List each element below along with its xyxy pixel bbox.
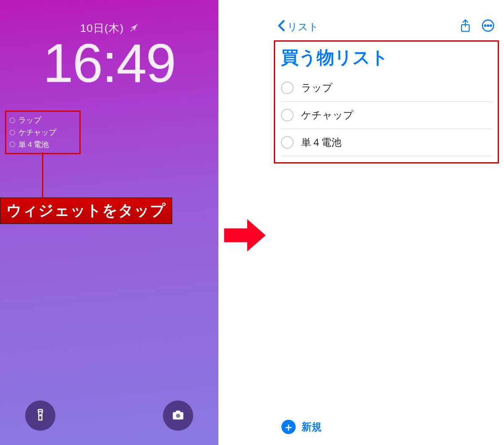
svg-line-0: [131, 24, 138, 32]
back-button[interactable]: リスト: [277, 20, 319, 34]
circle-icon: [10, 130, 15, 135]
camera-icon: [172, 408, 184, 423]
radio-icon[interactable]: [281, 109, 294, 121]
reminder-label: ラップ: [301, 81, 333, 95]
ellipsis-circle-icon: [481, 19, 495, 35]
highlight-frame: 買う物リスト ラップ ケチャップ 単４電池: [274, 40, 499, 163]
share-button[interactable]: [458, 19, 473, 34]
reminder-item[interactable]: ケチャップ: [281, 102, 492, 129]
annotation-label: ウィジェットをタップ: [0, 197, 172, 224]
lockscreen-time: 16:49: [0, 32, 218, 95]
reminder-item[interactable]: 単４電池: [281, 129, 492, 156]
annotation-connector: [42, 152, 43, 198]
location-off-icon: [130, 22, 138, 35]
reminder-label: ケチャップ: [301, 108, 354, 122]
svg-marker-4: [224, 219, 266, 252]
svg-point-8: [487, 25, 488, 26]
widget-item: ケチャップ: [10, 126, 76, 139]
share-icon: [459, 19, 471, 35]
widget-item: ラップ: [10, 114, 76, 126]
reminder-item[interactable]: ラップ: [281, 74, 492, 102]
camera-button[interactable]: [163, 400, 193, 431]
widget-item-label: ラップ: [18, 114, 41, 126]
svg-point-3: [176, 414, 180, 418]
reminder-label: 単４電池: [301, 136, 341, 149]
more-button[interactable]: [480, 19, 496, 34]
circle-icon: [10, 142, 15, 147]
lockscreen: 10日(木) 16:49 ラップ ケチャップ 単４電池 ウィジェットをタップ: [0, 0, 218, 445]
add-button[interactable]: ＋: [281, 420, 296, 434]
flashlight-icon: [34, 408, 47, 423]
reminders-app: リスト 買う物リスト ラップ ケチャップ 単４電池: [269, 0, 504, 445]
widget-item-label: 単４電池: [18, 139, 49, 151]
transition-arrow-column: [218, 0, 269, 445]
plus-icon: ＋: [283, 421, 294, 432]
lockscreen-bottom-buttons: [0, 400, 218, 431]
radio-icon[interactable]: [281, 136, 294, 149]
reminders-widget[interactable]: ラップ ケチャップ 単４電池: [5, 111, 81, 154]
svg-point-2: [40, 415, 41, 416]
svg-rect-1: [38, 410, 42, 412]
svg-point-7: [485, 25, 486, 26]
chevron-left-icon: [277, 20, 286, 34]
svg-point-9: [490, 25, 491, 26]
widget-item-label: ケチャップ: [18, 126, 56, 139]
circle-icon: [10, 118, 15, 123]
list-title: 買う物リスト: [281, 46, 492, 69]
widget-item: 単４電池: [10, 139, 76, 151]
arrow-right-icon: [222, 212, 268, 260]
bottom-toolbar: ＋ 新規: [269, 420, 504, 434]
navbar: リスト: [269, 17, 504, 37]
flashlight-button[interactable]: [25, 400, 55, 431]
add-label[interactable]: 新規: [302, 420, 322, 434]
back-label: リスト: [287, 20, 319, 34]
radio-icon[interactable]: [281, 82, 294, 94]
